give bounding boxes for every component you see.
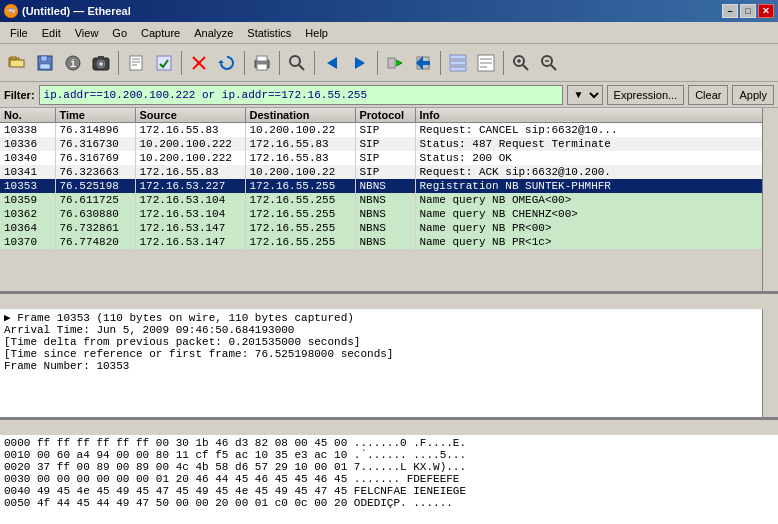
table-row[interactable]: 10336 76.316730 10.200.100.222 172.16.55… (0, 137, 778, 151)
zoom-out-button[interactable] (536, 50, 562, 76)
svg-rect-12 (130, 56, 142, 70)
menu-file[interactable]: File (4, 25, 34, 41)
svg-rect-31 (450, 67, 466, 71)
capture-start-button[interactable] (382, 50, 408, 76)
cell-src: 10.200.100.222 (135, 137, 245, 151)
cell-time: 76.732861 (55, 221, 135, 235)
cell-dst: 172.16.55.255 (245, 179, 355, 193)
cell-dst: 172.16.55.255 (245, 235, 355, 249)
cell-dst: 10.200.100.22 (245, 123, 355, 138)
zoom-in-button[interactable] (508, 50, 534, 76)
svg-line-37 (523, 65, 528, 70)
cell-proto: NBNS (355, 207, 415, 221)
hex-line: 0020 37 ff 00 89 00 89 00 4c 4b 58 d6 57… (4, 461, 774, 473)
table-row[interactable]: 10359 76.611725 172.16.53.104 172.16.55.… (0, 193, 778, 207)
menu-go[interactable]: Go (106, 25, 133, 41)
expression-button[interactable]: Expression... (607, 85, 685, 105)
cell-no: 10336 (0, 137, 55, 151)
packet-list-hscrollbar[interactable] (0, 293, 778, 309)
cell-proto: NBNS (355, 235, 415, 249)
save-file-button[interactable] (151, 50, 177, 76)
cell-proto: SIP (355, 123, 415, 138)
detail-line: Frame Number: 10353 (4, 360, 774, 372)
cell-time: 76.316769 (55, 151, 135, 165)
reload-button[interactable] (214, 50, 240, 76)
close-capture-button[interactable] (186, 50, 212, 76)
packet-detail-scrollbar[interactable] (762, 309, 778, 417)
toolbar-sep-6 (377, 51, 378, 75)
menu-statistics[interactable]: Statistics (241, 25, 297, 41)
packet-detail-hscrollbar[interactable] (0, 419, 778, 435)
menu-view[interactable]: View (69, 25, 105, 41)
toolbar-sep-1 (118, 51, 119, 75)
clear-button[interactable]: Clear (688, 85, 728, 105)
properties-button[interactable]: i (60, 50, 86, 76)
capture-stop-button[interactable] (410, 50, 436, 76)
menu-analyze[interactable]: Analyze (188, 25, 239, 41)
cell-time: 76.314896 (55, 123, 135, 138)
cell-info: Name query NB CHENHZ<00> (415, 207, 778, 221)
table-row[interactable]: 10370 76.774820 172.16.53.147 172.16.55.… (0, 235, 778, 249)
packet-list-scrollbar[interactable] (762, 108, 778, 291)
col-time: Time (55, 108, 135, 123)
svg-rect-2 (10, 60, 24, 67)
toolbar-sep-2 (181, 51, 182, 75)
filter-dropdown[interactable]: ▼ (567, 85, 603, 105)
filter-input[interactable] (39, 85, 563, 105)
col-src: Source (135, 108, 245, 123)
open-button[interactable] (4, 50, 30, 76)
back-button[interactable] (319, 50, 345, 76)
view-list-button[interactable] (445, 50, 471, 76)
cell-src: 172.16.55.83 (135, 123, 245, 138)
cell-src: 172.16.53.147 (135, 235, 245, 249)
minimize-button[interactable]: – (722, 4, 738, 18)
cell-time: 76.611725 (55, 193, 135, 207)
camera-button[interactable] (88, 50, 114, 76)
cell-time: 76.630880 (55, 207, 135, 221)
hex-line: 0050 4f 44 45 44 49 47 50 00 00 20 00 01… (4, 497, 774, 509)
find-button[interactable] (284, 50, 310, 76)
menu-capture[interactable]: Capture (135, 25, 186, 41)
svg-rect-11 (98, 56, 104, 59)
table-row[interactable]: 10341 76.323663 172.16.55.83 10.200.100.… (0, 165, 778, 179)
cell-src: 172.16.53.104 (135, 207, 245, 221)
toolbar-sep-5 (314, 51, 315, 75)
svg-rect-5 (40, 64, 50, 69)
apply-button[interactable]: Apply (732, 85, 774, 105)
cell-no: 10364 (0, 221, 55, 235)
cell-info: Name query NB PR<1c> (415, 235, 778, 249)
col-info: Info (415, 108, 778, 123)
svg-text:i: i (70, 59, 76, 70)
table-row[interactable]: 10340 76.316769 10.200.100.222 172.16.55… (0, 151, 778, 165)
table-row[interactable]: 10362 76.630880 172.16.53.104 172.16.55.… (0, 207, 778, 221)
cell-src: 172.16.55.83 (135, 165, 245, 179)
cell-dst: 172.16.55.255 (245, 207, 355, 221)
filter-bar: Filter: ▼ Expression... Clear Apply (0, 82, 778, 108)
svg-rect-30 (450, 61, 466, 65)
open-file-button[interactable] (123, 50, 149, 76)
cell-info: Request: CANCEL sip:6632@10... (415, 123, 778, 138)
save-button[interactable] (32, 50, 58, 76)
packet-list-container: No. Time Source Destination Protocol Inf… (0, 108, 778, 293)
svg-rect-21 (257, 56, 267, 61)
cell-proto: NBNS (355, 221, 415, 235)
svg-rect-4 (41, 56, 47, 61)
view-detail-button[interactable] (473, 50, 499, 76)
title-bar: 🦈 (Untitled) — Ethereal – □ ✕ (0, 0, 778, 22)
table-row[interactable]: 10364 76.732861 172.16.53.147 172.16.55.… (0, 221, 778, 235)
detail-line: [Time delta from previous packet: 0.2015… (4, 336, 774, 348)
forward-button[interactable] (347, 50, 373, 76)
table-row[interactable]: 10338 76.314896 172.16.55.83 10.200.100.… (0, 123, 778, 138)
menu-edit[interactable]: Edit (36, 25, 67, 41)
detail-line: ▶ Frame 10353 (110 bytes on wire, 110 by… (4, 311, 774, 324)
cell-dst: 10.200.100.22 (245, 165, 355, 179)
close-button[interactable]: ✕ (758, 4, 774, 18)
cell-proto: SIP (355, 137, 415, 151)
print-button[interactable] (249, 50, 275, 76)
hex-line: 0030 00 00 00 00 00 00 01 20 46 44 45 46… (4, 473, 774, 485)
cell-no: 10362 (0, 207, 55, 221)
menu-help[interactable]: Help (299, 25, 334, 41)
col-dst: Destination (245, 108, 355, 123)
maximize-button[interactable]: □ (740, 4, 756, 18)
table-row[interactable]: 10353 76.525198 172.16.53.227 172.16.55.… (0, 179, 778, 193)
